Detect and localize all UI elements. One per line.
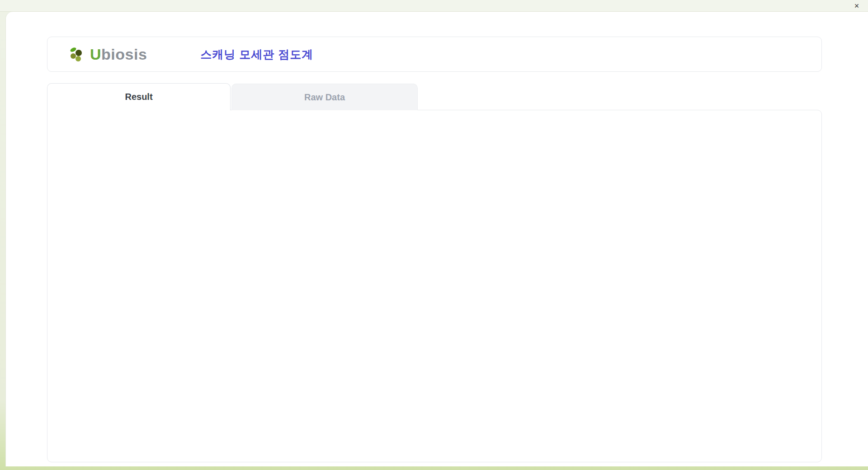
page-title: 스캐닝 모세관 점도계 [200, 47, 313, 62]
ubiosis-logo-icon [68, 45, 86, 63]
header-card: Ubiosis 스캐닝 모세관 점도계 [47, 37, 822, 72]
titlebar: × [0, 0, 868, 12]
tab-raw-data[interactable]: Raw Data [231, 84, 418, 110]
result-tab-panel [47, 110, 822, 462]
app-window: Ubiosis 스캐닝 모세관 점도계 Result Raw Data i Fi… [5, 12, 868, 466]
window-close-button[interactable]: × [852, 1, 862, 11]
brand-rest: biosis [101, 46, 147, 63]
tab-result[interactable]: Result [47, 83, 231, 110]
brand-logo: Ubiosis [68, 45, 147, 63]
brand-wordmark: Ubiosis [90, 46, 147, 63]
brand-u: U [90, 46, 101, 63]
